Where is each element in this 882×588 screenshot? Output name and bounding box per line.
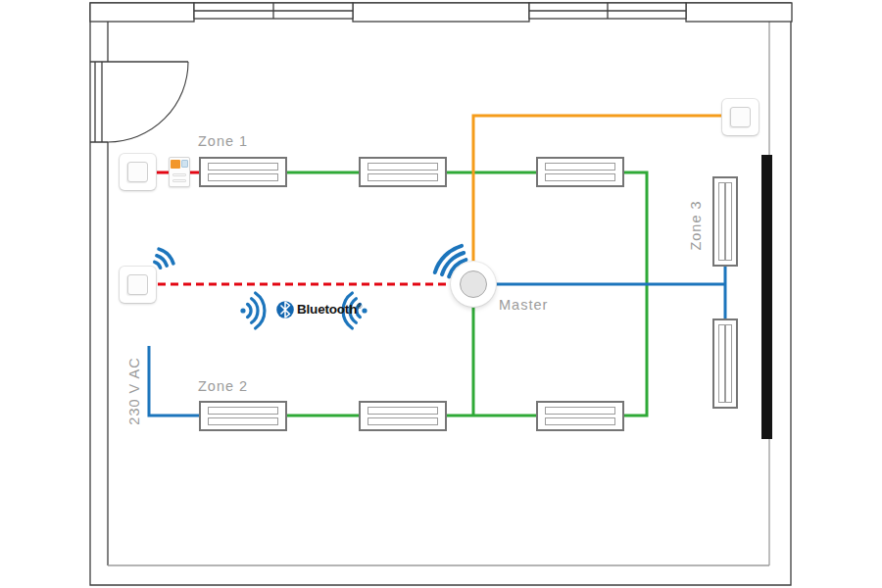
lamp-tube (545, 417, 615, 425)
zone2-label: Zone 2 (198, 378, 248, 394)
signal-waves-right-icon (240, 293, 265, 328)
power-label: 230 V AC (126, 357, 142, 424)
switch-button[interactable] (127, 274, 148, 295)
wireless-wall-switch[interactable] (120, 267, 156, 303)
window-top-left (194, 3, 353, 19)
switch-button[interactable] (127, 162, 148, 182)
bluetooth-logo-icon (276, 301, 294, 318)
wifi-arcs-icon (155, 249, 173, 268)
wire-orange-switch (473, 116, 722, 262)
relay-orange-block (171, 160, 180, 169)
lamp-tube (368, 417, 438, 425)
window-top-right (529, 3, 686, 19)
fixture-zone1-3 (536, 157, 624, 187)
lamp-tube (208, 163, 278, 171)
lamp-tube (725, 182, 732, 261)
lamp-tube (368, 407, 438, 415)
switch-button[interactable] (730, 107, 751, 127)
master-label: Master (499, 297, 548, 313)
zone3-label: Zone 3 (688, 200, 704, 250)
bluetooth-label: Bluetooth® (297, 302, 362, 317)
fixture-zone3-1 (712, 176, 738, 267)
fixture-zone1-2 (359, 157, 447, 187)
wall-block (686, 3, 792, 22)
bluetooth-wordmark: Bluetooth (297, 302, 357, 317)
relay-slot (172, 179, 186, 182)
fixture-zone1-1 (199, 157, 287, 187)
wire-red (156, 172, 450, 284)
bluetooth-trademark: ® (357, 303, 362, 310)
fixture-zone2-1 (199, 401, 287, 431)
lamp-tube (718, 324, 725, 403)
lamp-tube (208, 173, 278, 181)
zone1-label: Zone 1 (198, 133, 248, 149)
window-left (90, 62, 108, 142)
dark-wall-panel (761, 155, 772, 439)
zone1-wall-switch[interactable] (120, 154, 156, 190)
lamp-tube (208, 407, 278, 415)
lamp-tube (368, 163, 438, 171)
door-swing-arc (108, 62, 188, 142)
wire-zone1-to-zone2 (624, 172, 647, 416)
door (108, 62, 188, 142)
lamp-tube (545, 163, 615, 171)
master-sensor-lens (460, 270, 487, 298)
lamp-tube (545, 173, 615, 181)
fixture-zone2-2 (359, 401, 447, 431)
lamp-tube (208, 417, 278, 425)
wall-outline (90, 3, 791, 585)
wire-mains-230v (149, 346, 199, 416)
wall-block (90, 3, 194, 22)
relay-slot (172, 173, 186, 176)
fixture-zone3-2 (712, 318, 738, 409)
wall-block (353, 3, 529, 22)
lamp-tube (545, 407, 615, 415)
lamp-tube (718, 182, 725, 261)
master-sensor[interactable] (451, 262, 496, 307)
floorplan-diagram: Zone 1 Zone 2 Zone 3 230 V AC Master Blu… (0, 0, 882, 588)
lamp-tube (368, 173, 438, 181)
walls (90, 3, 792, 585)
zone3-wall-switch[interactable] (722, 99, 759, 135)
lamp-tube (725, 324, 732, 403)
fixture-zone2-3 (536, 401, 624, 431)
relay-module (169, 157, 190, 187)
relay-blue-block (181, 160, 188, 168)
